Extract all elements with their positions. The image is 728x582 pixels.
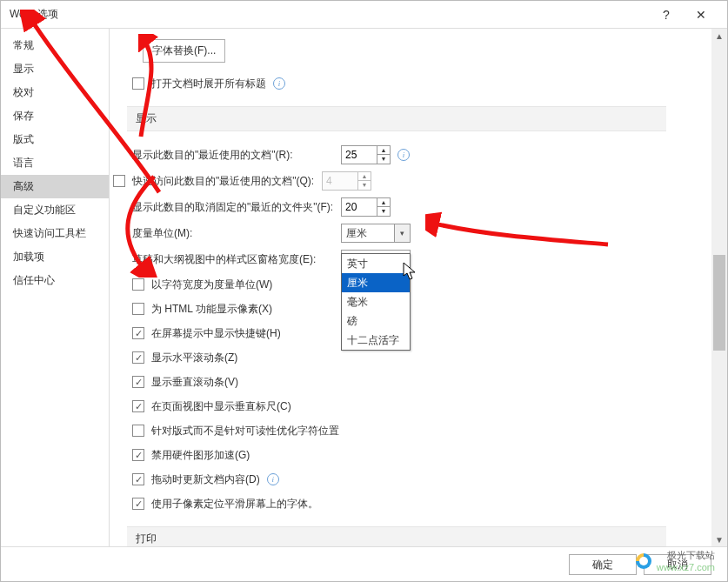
lbl-char-width: 以字符宽度为度量单位(W)	[151, 278, 272, 292]
quick-access-checkbox[interactable]	[113, 175, 125, 187]
lbl-hscroll: 显示水平滚动条(Z)	[151, 351, 237, 365]
recent-docs-input[interactable]	[342, 146, 377, 164]
chevron-down-icon[interactable]: ▾	[394, 224, 410, 242]
dialog-title: Word 选项	[10, 7, 649, 22]
unit-dropdown-list[interactable]: 英寸 厘米 毫米 磅 十二点活字	[341, 253, 411, 351]
font-substitution-button[interactable]: 字体替换(F)...	[143, 39, 225, 63]
sidebar-item-general[interactable]: 常规	[1, 34, 109, 57]
main-panel: 字体替换(F)... 打开文档时展开所有标题 i 显示 显示此数目的"最近使用的…	[110, 29, 727, 546]
cb-shortcut-tips[interactable]	[132, 327, 144, 339]
sidebar-item-save[interactable]: 保存	[1, 104, 109, 128]
recent-docs-label: 显示此数目的"最近使用的文档"(R):	[132, 148, 341, 163]
cb-disable-hwaccel[interactable]	[132, 449, 144, 461]
expand-titles-label: 打开文档时展开所有标题	[151, 77, 266, 91]
info-icon[interactable]: i	[397, 149, 410, 161]
sidebar: 常规 显示 校对 保存 版式 语言 高级 自定义功能区 快速访问工具栏 加载项 …	[1, 29, 110, 546]
lbl-disable-hwaccel: 禁用硬件图形加速(G)	[151, 448, 250, 463]
cb-vscroll[interactable]	[132, 376, 144, 388]
unit-option-mm[interactable]: 毫米	[342, 292, 410, 311]
help-button[interactable]: ?	[649, 1, 684, 29]
lbl-update-drag: 拖动时更新文档内容(D)	[151, 472, 260, 487]
info-icon[interactable]: i	[273, 77, 285, 90]
watermark-logo-icon	[636, 553, 651, 569]
unpinned-folders-label: 显示此数目的取消固定的"最近的文件夹"(F):	[132, 200, 341, 215]
ok-button[interactable]: 确定	[569, 554, 637, 575]
expand-titles-checkbox[interactable]	[132, 77, 144, 90]
scroll-area: 字体替换(F)... 打开文档时展开所有标题 i 显示 显示此数目的"最近使用的…	[110, 29, 710, 546]
draft-pane-label: 草稿和大纲视图中的样式区窗格宽度(E):	[132, 252, 341, 267]
cb-optimize-layout[interactable]	[132, 425, 144, 437]
unit-value: 厘米	[342, 224, 394, 242]
dialog-body: 常规 显示 校对 保存 版式 语言 高级 自定义功能区 快速访问工具栏 加载项 …	[1, 29, 727, 546]
watermark: 极光下载站 www.xz7.com	[636, 549, 715, 572]
cb-html-px[interactable]	[132, 303, 144, 315]
titlebar: Word 选项 ? ✕	[1, 1, 727, 29]
unit-option-inch[interactable]: 英寸	[342, 254, 410, 273]
unit-label: 度量单位(M):	[132, 226, 341, 241]
sidebar-item-quick-access[interactable]: 快速访问工具栏	[1, 222, 109, 245]
sidebar-item-addins[interactable]: 加载项	[1, 245, 109, 269]
quick-access-spinner[interactable]: ▲▼	[322, 171, 371, 191]
scroll-down-icon[interactable]: ▼	[711, 532, 727, 546]
scroll-thumb[interactable]	[713, 255, 725, 351]
cb-update-drag[interactable]	[132, 473, 144, 485]
section-display: 显示	[127, 106, 666, 131]
sidebar-item-language[interactable]: 语言	[1, 151, 109, 175]
spin-up-icon[interactable]: ▲	[377, 146, 390, 155]
cb-hscroll[interactable]	[132, 351, 144, 364]
quick-access-label: 快速访问此数目的"最近使用的文档"(Q):	[132, 174, 322, 189]
watermark-text1: 极光下载站	[657, 549, 715, 562]
unpinned-folders-input[interactable]	[342, 198, 377, 216]
lbl-optimize-layout: 针对版式而不是针对可读性优化字符位置	[151, 424, 339, 438]
lbl-subpixel: 使用子像素定位平滑屏幕上的字体。	[151, 497, 318, 512]
spin-down-icon[interactable]: ▼	[377, 207, 390, 216]
cb-vruler[interactable]	[132, 400, 144, 412]
word-options-dialog: Word 选项 ? ✕ 常规 显示 校对 保存 版式 语言 高级 自定义功能区 …	[0, 0, 728, 582]
spin-down-icon[interactable]: ▼	[377, 155, 390, 164]
cb-char-width[interactable]	[132, 278, 144, 291]
unit-option-pt[interactable]: 磅	[342, 311, 410, 331]
sidebar-item-advanced[interactable]: 高级	[1, 175, 109, 198]
scroll-up-icon[interactable]: ▲	[711, 29, 727, 43]
lbl-vscroll: 显示垂直滚动条(V)	[151, 375, 238, 390]
section-print: 打印	[127, 526, 666, 546]
unit-option-pica[interactable]: 十二点活字	[342, 331, 410, 350]
info-icon[interactable]: i	[267, 473, 279, 485]
sidebar-item-trust-center[interactable]: 信任中心	[1, 269, 109, 292]
vertical-scrollbar[interactable]: ▲ ▼	[711, 29, 727, 546]
sidebar-item-display[interactable]: 显示	[1, 57, 109, 81]
lbl-vruler: 在页面视图中显示垂直标尺(C)	[151, 399, 291, 414]
cb-subpixel[interactable]	[132, 498, 144, 510]
spin-up-icon[interactable]: ▲	[377, 198, 390, 207]
sidebar-item-customize-ribbon[interactable]: 自定义功能区	[1, 198, 109, 222]
dialog-footer: 确定 取消	[1, 546, 727, 581]
lbl-shortcut-tips: 在屏幕提示中显示快捷键(H)	[151, 326, 281, 341]
unit-combobox[interactable]: 厘米 ▾	[341, 224, 411, 243]
spin-up-icon[interactable]: ▲	[358, 172, 371, 181]
sidebar-item-proofing[interactable]: 校对	[1, 81, 109, 104]
lbl-html-px: 为 HTML 功能显示像素(X)	[151, 302, 272, 317]
quick-access-input	[323, 172, 357, 190]
spin-down-icon[interactable]: ▼	[358, 181, 371, 190]
sidebar-item-layout[interactable]: 版式	[1, 128, 109, 151]
unpinned-folders-spinner[interactable]: ▲▼	[341, 197, 391, 217]
unit-option-cm[interactable]: 厘米	[342, 273, 410, 292]
close-button[interactable]: ✕	[684, 1, 718, 29]
watermark-text2: www.xz7.com	[657, 562, 715, 572]
recent-docs-spinner[interactable]: ▲▼	[341, 145, 391, 164]
